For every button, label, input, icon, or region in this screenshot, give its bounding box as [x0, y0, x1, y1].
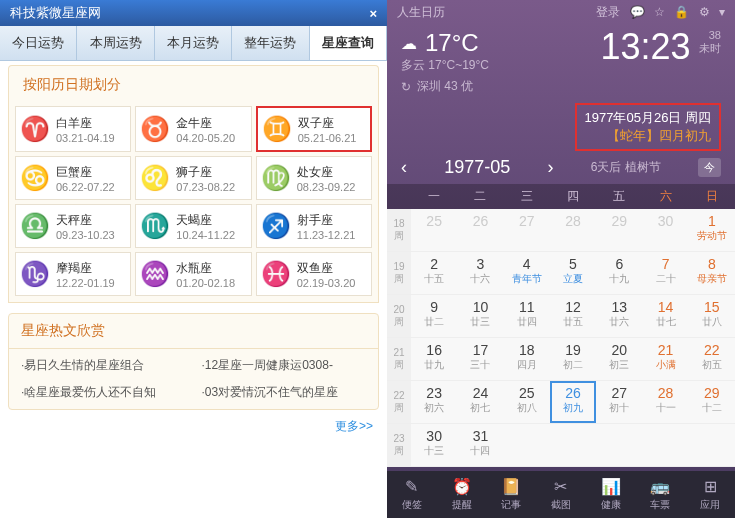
calendar-cell[interactable]: 30十三: [411, 424, 457, 466]
zodiac-水瓶座[interactable]: ♒水瓶座01.20-02.18: [135, 252, 251, 296]
weekday-header: 五: [596, 188, 642, 205]
tab-3[interactable]: 整年运势: [232, 26, 309, 60]
calendar-row: 20周9廿二10廿三11廿四12廿五13廿六14廿七15廿八: [387, 295, 735, 338]
zodiac-处女座[interactable]: ♍处女座08.23-09.22: [256, 156, 372, 200]
calendar-cell[interactable]: 28十一: [642, 381, 688, 423]
bottom-提醒[interactable]: ⏰提醒: [452, 477, 472, 512]
settings-icon[interactable]: ⚙: [699, 5, 710, 19]
calendar-cell[interactable]: 16廿九: [411, 338, 457, 380]
tab-1[interactable]: 本周运势: [77, 26, 154, 60]
weather-icon: ☁: [401, 34, 417, 53]
calendar-cell[interactable]: 19初二: [550, 338, 596, 380]
bottom-应用[interactable]: ⊞应用: [700, 477, 720, 512]
calendar-cell[interactable]: 21小满: [642, 338, 688, 380]
calendar-cell[interactable]: 4青年节: [504, 252, 550, 294]
zodiac-content: 今日运势本周运势本月运势整年运势星座查询 按阳历日期划分 ♈白羊座03.21-0…: [0, 26, 387, 518]
calendar-cell[interactable]: 18四月: [504, 338, 550, 380]
calendar-cell[interactable]: 26初九: [550, 381, 596, 423]
zodiac-巨蟹座[interactable]: ♋巨蟹座06.22-07.22: [15, 156, 131, 200]
zodiac-金牛座[interactable]: ♉金牛座04.20-05.20: [135, 106, 251, 152]
calendar-cell[interactable]: 10廿三: [457, 295, 503, 337]
calendar-cell[interactable]: 5立夏: [550, 252, 596, 294]
calendar-cell[interactable]: 13廿六: [596, 295, 642, 337]
zodiac-header: 科技紫微星座网 ×: [0, 0, 387, 26]
calendar-cell[interactable]: 27初十: [596, 381, 642, 423]
calendar-cell[interactable]: 20初三: [596, 338, 642, 380]
calendar-cell[interactable]: 1劳动节: [689, 209, 735, 251]
calendar-cell[interactable]: 28: [550, 209, 596, 251]
calendar-cell[interactable]: 7二十: [642, 252, 688, 294]
calendar-cell[interactable]: 31十四: [457, 424, 503, 466]
calendar-cell[interactable]: 29: [596, 209, 642, 251]
tab-4[interactable]: 星座查询: [310, 26, 387, 60]
zodiac-双子座[interactable]: ♊双子座05.21-06.21: [256, 106, 372, 152]
calendar-cell[interactable]: 9廿二: [411, 295, 457, 337]
close-icon[interactable]: ×: [369, 6, 377, 21]
login-link[interactable]: 登录: [596, 5, 620, 19]
location-text[interactable]: 深圳 43 优: [417, 78, 473, 95]
zodiac-天秤座[interactable]: ♎天秤座09.23-10.23: [15, 204, 131, 248]
tab-0[interactable]: 今日运势: [0, 26, 77, 60]
calendar-cell[interactable]: 27: [504, 209, 550, 251]
zodiac-title: 科技紫微星座网: [10, 4, 101, 22]
calendar-cell[interactable]: 25: [411, 209, 457, 251]
week-number: 21周: [387, 338, 411, 380]
hot-item[interactable]: ·啥星座最爱伤人还不自知: [21, 384, 186, 401]
temperature: 17°C: [425, 29, 479, 57]
upcoming-event: 6天后 植树节: [591, 159, 661, 176]
zodiac-grid: ♈白羊座03.21-04.19♉金牛座04.20-05.20♊双子座05.21-…: [8, 100, 379, 303]
hot-item[interactable]: ·03对爱情沉不住气的星座: [202, 384, 367, 401]
calendar-cell[interactable]: 14廿七: [642, 295, 688, 337]
month-label[interactable]: 1977-05: [444, 157, 510, 178]
calendar-cell[interactable]: 25初八: [504, 381, 550, 423]
calendar-cell[interactable]: 17三十: [457, 338, 503, 380]
lock-icon[interactable]: 🔒: [674, 5, 689, 19]
hot-item[interactable]: ·12星座一周健康运0308-: [202, 357, 367, 374]
weather-block: ☁ 17°C 多云 17°C~19°C: [401, 29, 489, 74]
calendar-cell[interactable]: 26: [457, 209, 503, 251]
zodiac-天蝎座[interactable]: ♏天蝎座10.24-11.22: [135, 204, 251, 248]
prev-month-button[interactable]: ‹: [401, 157, 407, 178]
calendar-cell[interactable]: 23初六: [411, 381, 457, 423]
today-button[interactable]: 今: [698, 158, 721, 177]
zodiac-射手座[interactable]: ♐射手座11.23-12.21: [256, 204, 372, 248]
date-line1: 1977年05月26日 周四: [585, 109, 711, 127]
chat-icon[interactable]: 💬: [630, 5, 645, 19]
bottom-记事[interactable]: 📔记事: [501, 477, 521, 512]
next-month-button[interactable]: ›: [548, 157, 554, 178]
zodiac-section-title: 按阳历日期划分: [8, 65, 379, 100]
calendar-cell[interactable]: 3十六: [457, 252, 503, 294]
bottom-健康[interactable]: 📊健康: [601, 477, 621, 512]
calendar-weekday-header: 一二三四五六日: [387, 184, 735, 209]
calendar-cell[interactable]: 6十九: [596, 252, 642, 294]
star-icon[interactable]: ☆: [654, 5, 665, 19]
bottom-车票[interactable]: 🚌车票: [650, 477, 670, 512]
zodiac-摩羯座[interactable]: ♑摩羯座12.22-01.19: [15, 252, 131, 296]
bottom-bar: ✎便签⏰提醒📔记事✂截图📊健康🚌车票⊞应用: [387, 471, 735, 518]
zodiac-glyph-icon: ♐: [261, 211, 291, 241]
calendar-cell[interactable]: 22初五: [689, 338, 735, 380]
tab-2[interactable]: 本月运势: [155, 26, 232, 60]
zodiac-glyph-icon: ♊: [262, 114, 292, 144]
bottom-便签[interactable]: ✎便签: [402, 477, 422, 512]
calendar-cell[interactable]: 29十二: [689, 381, 735, 423]
calendar-cell[interactable]: 11廿四: [504, 295, 550, 337]
calendar-cell[interactable]: 30: [642, 209, 688, 251]
bottom-截图[interactable]: ✂截图: [551, 477, 571, 512]
date-line2: 【蛇年】四月初九: [585, 127, 711, 145]
weather-desc: 多云 17°C~19°C: [401, 57, 489, 74]
calendar-cell[interactable]: 12廿五: [550, 295, 596, 337]
calendar-cell[interactable]: 8母亲节: [689, 252, 735, 294]
menu-icon[interactable]: ▾: [719, 5, 725, 19]
hot-item[interactable]: ·易日久生情的星座组合: [21, 357, 186, 374]
calendar-header: 人生日历 登录 💬 ☆ 🔒 ⚙ ▾: [387, 0, 735, 25]
weekday-header: 二: [457, 188, 503, 205]
calendar-cell[interactable]: 24初七: [457, 381, 503, 423]
more-link[interactable]: 更多>>: [0, 410, 387, 443]
zodiac-狮子座[interactable]: ♌狮子座07.23-08.22: [135, 156, 251, 200]
calendar-cell[interactable]: 2十五: [411, 252, 457, 294]
zodiac-双鱼座[interactable]: ♓双鱼座02.19-03.20: [256, 252, 372, 296]
calendar-cell[interactable]: 15廿八: [689, 295, 735, 337]
zodiac-白羊座[interactable]: ♈白羊座03.21-04.19: [15, 106, 131, 152]
refresh-icon[interactable]: ↻: [401, 80, 411, 94]
